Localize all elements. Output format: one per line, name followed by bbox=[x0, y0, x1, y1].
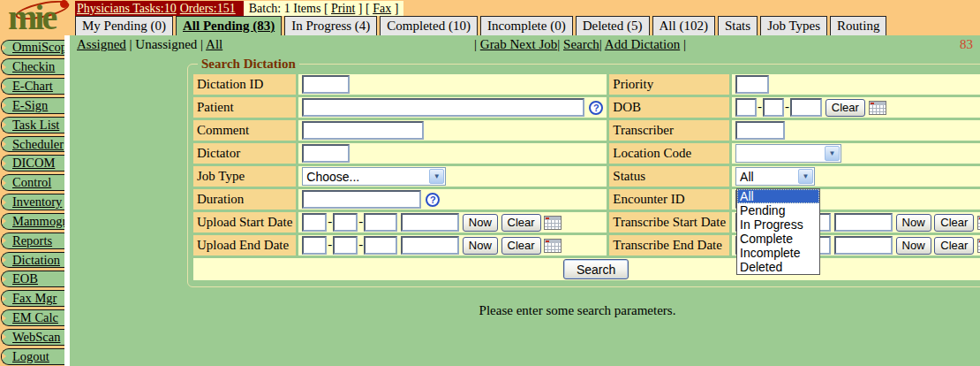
sidebar-item[interactable]: Dictation bbox=[1, 252, 64, 269]
field-label-priority: Priority bbox=[609, 74, 729, 95]
now-button[interactable]: Now bbox=[463, 237, 498, 255]
status-option[interactable]: Complete bbox=[737, 232, 819, 246]
sidebar: OmniScope Checkin E-Chart E-Sign Task Li… bbox=[0, 35, 64, 366]
sidebar-item[interactable]: EM Calc bbox=[1, 309, 64, 326]
print-link[interactable]: [ Print ] bbox=[324, 2, 363, 15]
empty-results-message: Please enter some search parameters. bbox=[187, 303, 968, 318]
orders-link[interactable]: Orders:151 bbox=[180, 2, 236, 15]
tab[interactable]: In Progress (4) bbox=[284, 16, 377, 35]
physicians-tasks-link[interactable]: Physicians Tasks:10 bbox=[77, 2, 177, 15]
tab[interactable]: Stats bbox=[718, 16, 758, 35]
sidebar-item[interactable]: Reports bbox=[1, 233, 64, 249]
action-link[interactable]: Grab Next Job bbox=[474, 37, 557, 51]
status-select[interactable]: All▼ bbox=[735, 167, 815, 186]
priority-input[interactable] bbox=[735, 75, 769, 94]
dob-year-input[interactable] bbox=[790, 98, 822, 117]
now-button[interactable]: Now bbox=[896, 214, 931, 232]
field-label-job-type: Job Type bbox=[193, 166, 296, 187]
help-icon[interactable]: ? bbox=[589, 101, 603, 115]
field-label-transcribe-start-date: Transcribe Start Date bbox=[609, 212, 729, 233]
dictation-id-input[interactable] bbox=[302, 75, 350, 94]
calendar-icon[interactable] bbox=[544, 239, 562, 253]
comment-input[interactable] bbox=[302, 121, 424, 140]
tab[interactable]: All Pending (83) bbox=[176, 16, 282, 35]
action-link[interactable]: Add Dictation bbox=[599, 37, 680, 51]
transcribe-start-time-input[interactable] bbox=[834, 213, 893, 232]
status-option[interactable]: Deleted bbox=[737, 260, 819, 274]
tab[interactable]: Routing bbox=[830, 16, 886, 35]
sidebar-item[interactable]: Scheduler bbox=[1, 136, 64, 153]
status-option[interactable]: Incomplete bbox=[737, 246, 819, 260]
form-title: Search Dictation bbox=[198, 57, 299, 72]
status-badges: Physicians Tasks:10Orders:151 Batch: 1 I… bbox=[75, 1, 403, 16]
sidebar-item[interactable]: Control bbox=[1, 174, 64, 191]
job-type-select[interactable]: Choose...▼ bbox=[302, 167, 446, 186]
search-dictation-form: Search Dictation Dictation ID Priority P… bbox=[187, 57, 980, 287]
sidebar-item[interactable]: Task List bbox=[1, 117, 64, 133]
sidebar-item[interactable]: WebScan bbox=[1, 329, 64, 346]
action-link[interactable]: Search bbox=[557, 37, 599, 51]
upload-end-time-input[interactable] bbox=[401, 236, 459, 255]
field-label-status: Status bbox=[609, 166, 729, 187]
search-button[interactable]: Search bbox=[563, 259, 629, 279]
tab[interactable]: Completed (10) bbox=[380, 16, 478, 35]
clear-button[interactable]: Clear bbox=[501, 214, 541, 232]
field-label-patient: Patient bbox=[193, 97, 296, 118]
field-label-transcriber: Transcriber bbox=[609, 120, 729, 141]
batch-label: Batch: 1 Items bbox=[249, 2, 321, 15]
upload-end-year-input[interactable] bbox=[364, 236, 397, 255]
now-button[interactable]: Now bbox=[463, 214, 498, 232]
upload-start-day-input[interactable] bbox=[333, 213, 358, 232]
sidebar-item[interactable]: OmniScope bbox=[1, 40, 64, 57]
table-row: Job Type Choose...▼ Status All▼ AllPendi… bbox=[193, 166, 980, 187]
sidebar-item[interactable]: E-Chart bbox=[1, 78, 64, 95]
sidebar-item[interactable]: Logout bbox=[1, 348, 64, 365]
duration-input[interactable] bbox=[302, 190, 421, 209]
dictator-input[interactable] bbox=[302, 144, 350, 163]
status-option[interactable]: All bbox=[737, 189, 819, 203]
calendar-icon[interactable] bbox=[869, 101, 886, 115]
tab[interactable]: All (102) bbox=[652, 16, 715, 35]
transcribe-end-time-input[interactable] bbox=[834, 236, 893, 255]
sidebar-item[interactable]: Mammogra bbox=[1, 213, 64, 230]
upload-start-month-input[interactable] bbox=[302, 213, 327, 232]
tab[interactable]: Incomplete (0) bbox=[480, 16, 573, 35]
location-code-select[interactable]: ▼ bbox=[735, 144, 841, 163]
sidebar-item[interactable]: Inventory bbox=[1, 194, 64, 210]
sidebar-item[interactable]: EOB bbox=[1, 271, 64, 287]
help-icon[interactable]: ? bbox=[426, 193, 440, 207]
patient-input[interactable] bbox=[302, 98, 584, 117]
status-option[interactable]: Pending bbox=[737, 203, 819, 217]
clear-button[interactable]: Clear bbox=[934, 237, 974, 255]
dob-clear-button[interactable]: Clear bbox=[825, 99, 865, 117]
clear-button[interactable]: Clear bbox=[501, 237, 541, 255]
sidebar-item[interactable]: E-Sign bbox=[1, 97, 64, 114]
tab[interactable]: My Pending (0) bbox=[75, 16, 173, 35]
now-button[interactable]: Now bbox=[896, 237, 931, 255]
transcriber-input[interactable] bbox=[735, 121, 785, 140]
chevron-down-icon: ▼ bbox=[429, 169, 444, 184]
upload-end-day-input[interactable] bbox=[333, 236, 358, 255]
dob-month-input[interactable] bbox=[735, 98, 757, 117]
sidebar-item[interactable]: Fax Mgr bbox=[1, 290, 64, 307]
tab[interactable]: Job Types bbox=[760, 16, 827, 35]
field-label-dictator: Dictator bbox=[193, 143, 296, 164]
mie-logo[interactable]: mie bbox=[4, 0, 75, 35]
fax-link[interactable]: [ Fax ] bbox=[366, 2, 398, 15]
clear-button[interactable]: Clear bbox=[934, 214, 974, 232]
sidebar-item[interactable]: DICOM bbox=[1, 155, 64, 172]
calendar-icon[interactable] bbox=[544, 216, 562, 230]
upload-start-time-input[interactable] bbox=[401, 213, 459, 232]
status-option[interactable]: In Progress bbox=[737, 217, 819, 232]
tab[interactable]: Deleted (5) bbox=[576, 16, 650, 35]
sidebar-item[interactable]: Checkin bbox=[1, 58, 64, 75]
upload-end-month-input[interactable] bbox=[302, 236, 327, 255]
dob-day-input[interactable] bbox=[763, 98, 784, 117]
chevron-down-icon: ▼ bbox=[825, 146, 840, 161]
upload-start-year-input[interactable] bbox=[364, 213, 397, 232]
field-label-dob: DOB bbox=[609, 97, 729, 118]
dictation-toolbar: AssignedUnassignedAll Grab Next JobSearc… bbox=[70, 35, 980, 55]
batch-chip: Batch: 1 Items [ Print ] [ Fax ] bbox=[244, 1, 404, 16]
action-links: Grab Next JobSearchAdd Dictation bbox=[70, 37, 980, 52]
field-label-duration: Duration bbox=[193, 189, 296, 210]
